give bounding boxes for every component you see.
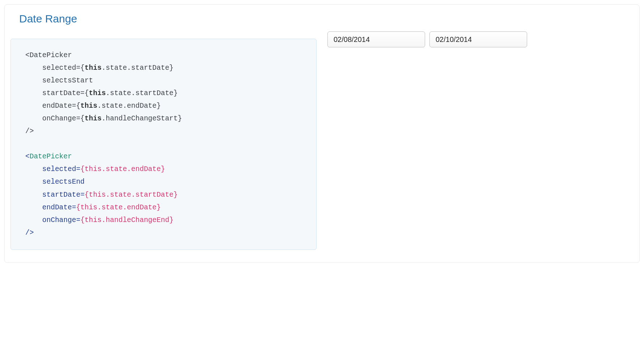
- code-punc: =: [72, 204, 76, 212]
- code-line: />: [25, 229, 34, 237]
- card-body: <DatePicker selected={this.state.startDa…: [5, 31, 639, 262]
- code-line: selected={: [25, 64, 85, 72]
- code-attr: selected: [25, 165, 76, 173]
- example-card: Date Range <DatePicker selected={this.st…: [4, 4, 640, 263]
- code-punc: =: [80, 191, 85, 199]
- start-date-input[interactable]: [327, 31, 425, 47]
- code-attr: startDate: [25, 191, 80, 199]
- code-punc: =: [76, 165, 80, 173]
- code-expr: {this.handleChangeEnd}: [80, 216, 173, 224]
- code-expr: {this.state.startDate}: [85, 191, 178, 199]
- code-line: .state.startDate}: [106, 89, 178, 97]
- date-range-row: [327, 31, 634, 47]
- code-kw-this: this: [85, 64, 102, 72]
- card-title: Date Range: [19, 13, 625, 25]
- code-line: .handleChangeStart}: [102, 115, 182, 123]
- code-line: .state.startDate}: [102, 64, 174, 72]
- code-tag: DatePicker: [30, 153, 72, 161]
- code-example: <DatePicker selected={this.state.startDa…: [10, 39, 317, 250]
- code-expr: {this.state.endDate}: [76, 204, 161, 212]
- code-line: startDate={: [25, 89, 89, 97]
- code-kw-this: this: [85, 115, 102, 123]
- code-punc: =: [76, 216, 80, 224]
- code-expr: {this.state.endDate}: [80, 165, 165, 173]
- code-column: <DatePicker selected={this.state.startDa…: [10, 31, 317, 257]
- code-line: .state.endDate}: [97, 102, 161, 110]
- code-attr: onChange: [25, 216, 76, 224]
- end-date-input[interactable]: [429, 31, 527, 47]
- code-kw-this: this: [89, 89, 106, 97]
- code-attr: selectsEnd: [25, 178, 85, 186]
- card-header: Date Range: [5, 5, 639, 31]
- code-kw-this: this: [80, 102, 97, 110]
- preview-column: [327, 31, 634, 257]
- code-attr: endDate: [25, 204, 72, 212]
- code-line: />: [25, 127, 34, 135]
- code-line: endDate={: [25, 102, 80, 110]
- code-line: selectsStart: [25, 77, 93, 85]
- code-line: <DatePicker: [25, 51, 72, 59]
- code-punc: <: [25, 153, 30, 161]
- code-line: onChange={: [25, 115, 85, 123]
